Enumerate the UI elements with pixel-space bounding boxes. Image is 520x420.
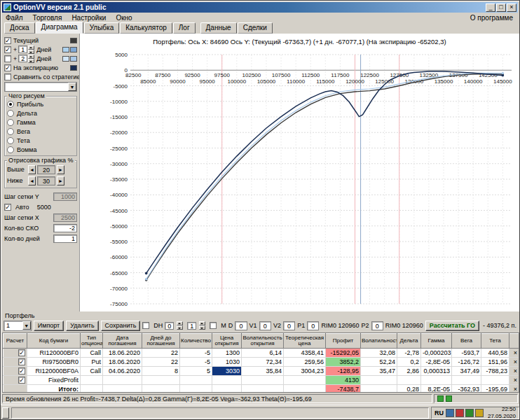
- taskbar-grip[interactable]: [2, 407, 9, 419]
- increment-arrow-icon[interactable]: ►: [57, 176, 64, 186]
- p2-input[interactable]: 0: [371, 321, 383, 330]
- step-x-input[interactable]: 2500: [53, 214, 77, 222]
- dh-checkbox[interactable]: [142, 322, 149, 329]
- tab-калькулятор[interactable]: Калькулятор: [120, 22, 172, 34]
- maximize-button[interactable]: □: [496, 4, 506, 12]
- radio-icon[interactable]: [7, 110, 14, 117]
- column-header[interactable]: Профит: [326, 334, 361, 349]
- plus1-checkbox[interactable]: ✓: [4, 46, 11, 53]
- connection-icon[interactable]: [446, 409, 454, 417]
- compare-checkbox[interactable]: [4, 74, 11, 80]
- portfolio-selector[interactable]: 1 ▼: [4, 321, 32, 331]
- calc-margin-button[interactable]: Рассчитать ГО: [425, 321, 479, 331]
- column-header[interactable]: Дельта: [397, 334, 421, 349]
- payoff-chart[interactable]: 50000-5000-10000-15000-20000-25000-30000…: [80, 48, 520, 311]
- current-checkbox[interactable]: ✓: [4, 37, 11, 44]
- days-offset-input[interactable]: 1: [18, 46, 27, 53]
- series-toggle-expiration[interactable]: ✓ На экспирацию: [4, 63, 77, 72]
- spin1-input[interactable]: 0: [165, 322, 174, 330]
- radio-option-тета[interactable]: Тета: [7, 136, 74, 145]
- menu-about[interactable]: О программе: [470, 14, 513, 22]
- save-button[interactable]: Сохранить: [101, 321, 141, 331]
- antivirus-icon[interactable]: [456, 409, 464, 417]
- row-calc-checkbox[interactable]: ✓: [4, 376, 27, 385]
- column-header[interactable]: Количество: [180, 334, 212, 349]
- spinner[interactable]: [28, 46, 34, 54]
- radio-icon[interactable]: [7, 101, 14, 108]
- column-header[interactable]: Волатильность открытия: [242, 334, 284, 349]
- tab-доска[interactable]: Доска: [4, 22, 35, 34]
- spinner[interactable]: [199, 321, 205, 330]
- column-header[interactable]: Вега: [452, 334, 481, 349]
- volume-icon[interactable]: [475, 409, 484, 417]
- tab-лог[interactable]: Лог: [173, 22, 196, 34]
- chevron-down-icon[interactable]: ▼: [68, 83, 76, 91]
- v2-input[interactable]: 0: [283, 321, 295, 330]
- decrement-arrow-icon[interactable]: ◄: [28, 165, 36, 174]
- radio-option-прибыль[interactable]: Прибыль: [7, 99, 74, 108]
- radio-icon[interactable]: [7, 137, 14, 144]
- row-calc-checkbox[interactable]: [4, 385, 27, 393]
- decrement-arrow-icon[interactable]: ◄: [28, 176, 36, 186]
- tab-данные[interactable]: Данные: [200, 22, 237, 34]
- column-header[interactable]: Дата погашения: [103, 334, 142, 349]
- row-calc-checkbox[interactable]: ✓: [4, 358, 27, 367]
- d-input[interactable]: 0: [235, 321, 247, 330]
- radio-option-дельта[interactable]: Дельта: [7, 108, 74, 118]
- series-toggle-plus2[interactable]: + 2 Дней: [4, 54, 77, 63]
- below-value[interactable]: 30: [37, 176, 55, 186]
- row-delete-button[interactable]: ×: [509, 367, 519, 376]
- spin2-input[interactable]: 1: [187, 322, 196, 330]
- import-button[interactable]: Импорт: [34, 321, 64, 331]
- title-bar[interactable]: OptionVV версия 2.1 public _ □ ×: [2, 2, 518, 13]
- auto-checkbox[interactable]: ✓: [4, 204, 11, 211]
- column-header[interactable]: Тип опциона: [81, 334, 103, 349]
- status-green-icon[interactable]: [465, 409, 474, 417]
- series-toggle-plus1[interactable]: ✓ + 1 Дней: [4, 45, 77, 54]
- row-delete-button[interactable]: ×: [509, 358, 519, 367]
- radio-icon[interactable]: [7, 119, 14, 126]
- tab-улыбка[interactable]: Улыбка: [84, 22, 120, 34]
- column-header[interactable]: Расчет: [4, 334, 27, 349]
- m-checkbox[interactable]: [210, 322, 217, 329]
- compare-strategy-toggle[interactable]: Сравнить со стратегией: [4, 72, 77, 81]
- minimize-button[interactable]: _: [486, 4, 495, 12]
- sko-input[interactable]: -2: [53, 224, 77, 232]
- column-header[interactable]: Код бумаги: [27, 334, 81, 349]
- menu-торговля[interactable]: Торговля: [33, 14, 62, 22]
- language-indicator[interactable]: RU: [435, 410, 444, 416]
- column-header[interactable]: Волатильность: [361, 334, 397, 349]
- radio-icon[interactable]: [7, 128, 14, 135]
- column-header[interactable]: Теоретическая цена: [284, 334, 326, 349]
- radio-option-гамма[interactable]: Гамма: [7, 118, 74, 127]
- spinner[interactable]: [28, 55, 34, 63]
- above-value[interactable]: 20: [37, 165, 55, 174]
- row-delete-button[interactable]: ×: [509, 349, 519, 358]
- row-calc-checkbox[interactable]: ✓: [4, 349, 27, 358]
- delete-button[interactable]: Удалить: [66, 321, 98, 331]
- radio-option-вомма[interactable]: Вомма: [7, 145, 74, 154]
- column-header[interactable]: Цена открытия: [212, 334, 242, 349]
- spinner[interactable]: [177, 321, 183, 330]
- menu-настройки[interactable]: Настройки: [71, 14, 106, 22]
- days-count-input[interactable]: 1: [53, 234, 77, 243]
- p1-input[interactable]: 0: [307, 321, 319, 330]
- tab-сделки[interactable]: Сделки: [238, 22, 273, 34]
- menu-файл[interactable]: Файл: [6, 14, 23, 22]
- strategy-select[interactable]: ▼: [4, 82, 77, 92]
- chevron-down-icon[interactable]: ▼: [22, 321, 31, 330]
- tab-диаграмма[interactable]: Диаграмма: [36, 22, 83, 34]
- close-button[interactable]: ×: [507, 4, 516, 12]
- column-header[interactable]: [509, 334, 519, 349]
- radio-icon[interactable]: [7, 146, 14, 153]
- column-header[interactable]: Дней до погашения: [142, 334, 180, 349]
- v1-input[interactable]: 0: [259, 321, 271, 330]
- column-header[interactable]: Гамма: [421, 334, 452, 349]
- row-calc-checkbox[interactable]: ✓: [4, 367, 27, 376]
- row-delete-button[interactable]: ×: [509, 376, 519, 385]
- menu-окно[interactable]: Окно: [116, 14, 132, 22]
- auto-row[interactable]: ✓ Авто 5000: [4, 202, 77, 212]
- radio-option-вега[interactable]: Вега: [7, 127, 74, 136]
- increment-arrow-icon[interactable]: ►: [57, 165, 64, 174]
- row-delete-button[interactable]: ×: [509, 385, 519, 393]
